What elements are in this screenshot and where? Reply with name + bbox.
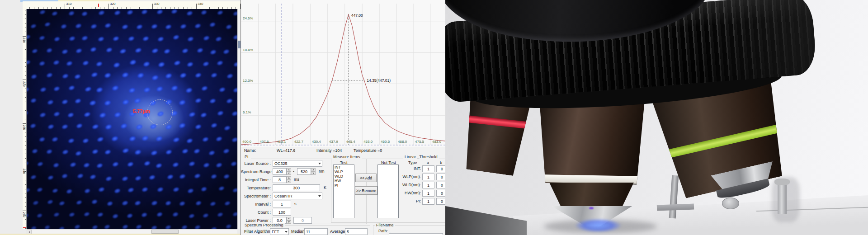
lattice-dot — [192, 172, 202, 180]
lattice-dot — [80, 34, 90, 42]
lattice-dot — [163, 71, 174, 80]
lattice-dot — [29, 72, 39, 81]
ruler-corner — [23, 1, 26, 9]
microscopy-viewer-pane: 310320330340 210220230240250 5.77μm ◄ — [0, 0, 241, 235]
svg-text:422.7: 422.7 — [294, 140, 304, 144]
lattice-dot — [142, 85, 152, 94]
integral-time-stepper[interactable] — [287, 176, 291, 183]
filter-algorithm-combobox[interactable]: FFT — [270, 228, 289, 235]
add-button[interactable]: << Add — [355, 174, 377, 182]
spectrum-range-to-input[interactable]: 520 — [297, 168, 311, 175]
threshold-a-input[interactable]: 1 — [422, 174, 434, 180]
microscope-photo — [445, 0, 868, 235]
lattice-dot — [217, 85, 227, 94]
integral-time-input[interactable]: 8 — [273, 176, 287, 183]
lattice-dot — [208, 97, 218, 105]
laser-power-label: Laser Power : — [241, 218, 271, 223]
count-label: Count : — [241, 210, 271, 215]
threshold-b-input[interactable]: 0 — [436, 182, 445, 188]
lattice-dot — [60, 148, 70, 156]
lattice-dot — [73, 97, 84, 106]
lattice-dot — [208, 20, 217, 29]
lattice-dot — [50, 187, 60, 195]
lattice-dot — [95, 211, 105, 219]
horizontal-scrollbar-thumb[interactable] — [151, 230, 179, 234]
spectrometer-label: Spectrometer : — [241, 194, 271, 198]
lattice-dot — [195, 46, 205, 55]
lattice-dot — [217, 184, 226, 193]
ruler-cursor-marker — [23, 227, 26, 228]
camera-image-viewport[interactable]: 5.77μm — [27, 9, 237, 229]
ruler-tick — [25, 119, 26, 119]
lattice-dot — [82, 110, 92, 119]
ruler-tick — [25, 66, 26, 67]
lattice-dot — [42, 20, 52, 28]
lattice-dot — [44, 46, 54, 55]
vertical-ruler: 210220230240250 — [23, 9, 27, 229]
ruler-tick — [25, 219, 26, 220]
lattice-dot — [60, 98, 70, 106]
average-input[interactable]: 5 — [345, 228, 368, 235]
lattice-dot — [42, 223, 52, 229]
lattice-dot — [66, 111, 76, 119]
lattice-dot — [90, 197, 100, 206]
lattice-dot — [193, 199, 203, 207]
interval-label: Interval : — [241, 202, 271, 207]
lattice-dot — [193, 22, 203, 30]
lattice-dot — [193, 122, 204, 132]
median-input[interactable]: 11 — [304, 228, 328, 235]
lattice-dot — [231, 86, 237, 94]
measure-item[interactable]: HW — [334, 179, 354, 183]
lattice-dot — [199, 84, 210, 93]
measure-item[interactable]: INT — [334, 165, 354, 169]
ruler-tick — [25, 89, 26, 89]
lattice-dot — [155, 185, 165, 194]
ruler-tick — [23, 36, 26, 37]
threshold-b-input[interactable]: 0 — [436, 174, 445, 180]
remove-button[interactable]: >> Remove — [355, 186, 377, 195]
test-listbox[interactable]: INTWLPWLDHWPI — [333, 164, 354, 218]
lattice-dot — [222, 172, 232, 180]
laser-power-stepper[interactable] — [287, 217, 291, 224]
ruler-tick — [108, 4, 109, 9]
screw-head — [722, 197, 739, 209]
threshold-a-input[interactable]: 1 — [422, 198, 434, 205]
spectrometer-combobox[interactable]: OceanHR — [273, 193, 322, 199]
threshold-row-label: PI: — [395, 199, 421, 203]
lattice-dot — [214, 135, 224, 143]
spectrum-range-to-stepper[interactable] — [311, 168, 316, 175]
threshold-a-input[interactable]: 1 — [422, 190, 434, 197]
ruler-tick — [25, 193, 26, 193]
measure-item[interactable]: PI — [334, 183, 354, 188]
threshold-a-input[interactable]: 1 — [422, 165, 434, 172]
interval-input[interactable]: 1 — [273, 201, 291, 207]
lattice-dot — [135, 22, 145, 31]
lattice-dot — [28, 96, 38, 105]
threshold-b-input[interactable]: 0 — [436, 165, 445, 172]
measure-item[interactable]: WLP — [334, 169, 354, 174]
threshold-b-input[interactable]: 0 — [436, 198, 445, 205]
ruler-label: 210 — [23, 38, 26, 43]
count-input[interactable]: 100 — [273, 209, 291, 216]
lattice-dot — [88, 173, 98, 181]
lattice-dot — [209, 172, 219, 181]
lattice-dot — [50, 9, 59, 18]
spectrum-range-from-input[interactable]: 400 — [273, 168, 287, 175]
ruler-tick — [25, 54, 26, 54]
lattice-dot — [231, 210, 237, 218]
spectrum-range-from-stepper[interactable] — [287, 168, 291, 175]
filter-algorithm-value: FFT — [272, 230, 279, 234]
measure-item[interactable]: WLD — [334, 174, 354, 179]
threshold-a-input[interactable]: 1 — [422, 182, 434, 188]
lattice-dot — [29, 173, 38, 181]
temperature-input[interactable]: 300 — [273, 184, 320, 191]
laser-source-combobox[interactable]: OC325 — [273, 160, 322, 167]
ruler-tick — [25, 206, 26, 207]
lattice-dot — [132, 96, 143, 105]
spectrum-chart-svg: 447.0014.35(447.01)24.6%18.4%12.3%6.1%40… — [241, 0, 445, 147]
lattice-dot — [134, 223, 143, 229]
path-input[interactable] — [389, 233, 443, 235]
threshold-b-input[interactable]: 0 — [436, 190, 445, 197]
lattice-dot — [125, 9, 135, 17]
lattice-dot — [184, 85, 194, 94]
